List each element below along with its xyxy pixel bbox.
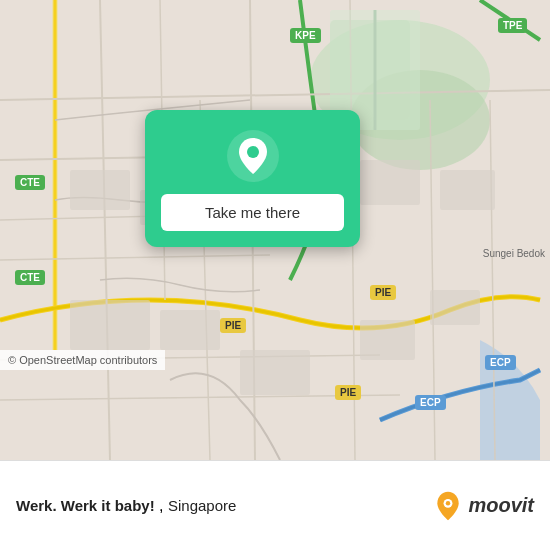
svg-point-31	[247, 146, 259, 158]
svg-rect-21	[70, 300, 150, 350]
badge-pie2: PIE	[220, 318, 246, 333]
location-card: Take me there	[145, 110, 360, 247]
svg-rect-24	[360, 320, 415, 360]
place-city: Singapore	[168, 497, 236, 514]
svg-rect-22	[160, 310, 220, 350]
svg-rect-27	[440, 170, 495, 210]
location-pin-icon	[227, 130, 279, 182]
badge-cte2: CTE	[15, 270, 45, 285]
moovit-logo: moovit	[432, 490, 534, 522]
badge-pie1: PIE	[370, 285, 396, 300]
badge-cte1: CTE	[15, 175, 45, 190]
badge-kpe: KPE	[290, 28, 321, 43]
bottom-bar: Werk. Werk it baby! , Singapore moovit	[0, 460, 550, 550]
map-container: CTE CTE KPE TPE PIE PIE PIE ECP ECP Sung…	[0, 0, 550, 460]
svg-rect-19	[70, 170, 130, 210]
badge-pie3: PIE	[335, 385, 361, 400]
label-sungei: Sungei Bedok	[483, 248, 545, 259]
badge-ecp1: ECP	[415, 395, 446, 410]
svg-rect-23	[240, 350, 310, 395]
place-separator: ,	[159, 497, 168, 514]
moovit-text: moovit	[468, 494, 534, 517]
copyright-text: © OpenStreetMap contributors	[0, 350, 165, 370]
moovit-pin-icon	[432, 490, 464, 522]
badge-ecp2: ECP	[485, 355, 516, 370]
svg-rect-26	[360, 160, 420, 205]
badge-tpe: TPE	[498, 18, 527, 33]
take-me-there-button[interactable]: Take me there	[161, 194, 344, 231]
svg-rect-25	[430, 290, 480, 325]
place-name: Werk. Werk it baby!	[16, 497, 155, 514]
place-info: Werk. Werk it baby! , Singapore moovit	[0, 461, 550, 550]
svg-point-33	[446, 501, 450, 505]
place-details: Werk. Werk it baby! , Singapore	[16, 497, 236, 515]
